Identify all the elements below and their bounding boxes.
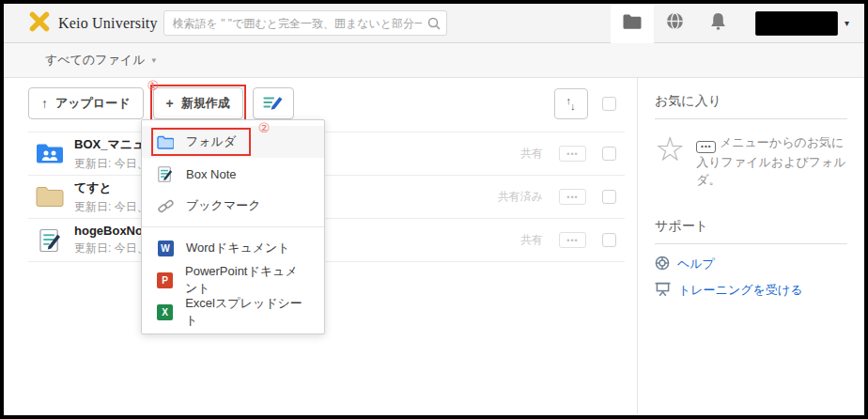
help-link[interactable]: ヘルプ bbox=[655, 256, 847, 273]
keio-logo[interactable]: Keio University bbox=[28, 11, 158, 36]
file-list: BOX_マニュア 更新日: 今日、 共有 ••• てすと bbox=[28, 132, 625, 262]
star-icon: ☆ bbox=[655, 133, 685, 190]
new-folder-icon bbox=[157, 135, 174, 149]
shared-folder-icon bbox=[34, 142, 66, 165]
more-options-mini-icon: ••• bbox=[696, 141, 716, 153]
app-window: Keio University bbox=[0, 0, 868, 419]
row-checkbox[interactable] bbox=[602, 190, 616, 204]
menu-item-powerpoint-document[interactable]: P PowerPointドキュメント bbox=[142, 264, 324, 296]
upload-button-label: アップロード bbox=[55, 95, 131, 112]
menu-item-bookmark[interactable]: ブックマーク bbox=[142, 190, 324, 222]
more-options-button[interactable]: ••• bbox=[559, 189, 586, 205]
sort-down-icon: ↓ bbox=[570, 101, 576, 112]
menu-item-label: ブックマーク bbox=[186, 197, 261, 214]
select-all-checkbox[interactable] bbox=[602, 97, 616, 111]
globe-tab[interactable] bbox=[654, 4, 697, 43]
file-name[interactable]: てすと bbox=[74, 179, 148, 196]
file-row[interactable]: てすと 更新日: 今日、 共有済み ••• bbox=[28, 176, 625, 219]
word-icon: W bbox=[157, 241, 174, 256]
logo-text: Keio University bbox=[58, 15, 158, 32]
menu-item-label: PowerPointドキュメント bbox=[185, 263, 309, 297]
content: ↑ アップロード + 新規作成 ① bbox=[4, 78, 864, 414]
toolbar-right: ↑ ↓ bbox=[554, 88, 616, 119]
support-section: サポート ヘルプ トレーニングを受ける bbox=[655, 218, 847, 300]
annotation-number-1: ① bbox=[147, 78, 160, 93]
user-menu-caret-icon[interactable]: ▾ bbox=[845, 18, 849, 28]
more-options-button[interactable]: ••• bbox=[559, 146, 586, 162]
row-actions: 共有済み ••• bbox=[498, 189, 616, 205]
breadcrumb-caret-icon[interactable]: ▾ bbox=[151, 55, 156, 65]
files-tab[interactable] bbox=[611, 4, 654, 43]
toolbar: ↑ アップロード + 新規作成 ① bbox=[28, 87, 616, 119]
breadcrumb[interactable]: すべてのファイル bbox=[45, 52, 145, 69]
share-link[interactable]: 共有済み bbox=[498, 189, 543, 205]
header-actions: ▾ bbox=[611, 4, 855, 43]
upload-arrow-icon: ↑ bbox=[41, 96, 48, 111]
menu-item-excel-spreadsheet[interactable]: X Excelスプレッドシート bbox=[142, 296, 324, 328]
file-info: てすと 更新日: 今日、 bbox=[74, 179, 148, 215]
sort-button[interactable]: ↑ ↓ bbox=[554, 88, 588, 119]
boxnote-icon bbox=[157, 166, 174, 182]
menu-item-label: Box Note bbox=[186, 167, 236, 181]
menu-item-folder[interactable]: フォルダ ② bbox=[142, 126, 324, 158]
new-button-wrap: + 新規作成 ① bbox=[153, 87, 243, 119]
divider bbox=[655, 118, 847, 119]
favorites-description: ••• メニューからのお気に入りファイルおよびフォルダ。 bbox=[696, 133, 847, 190]
menu-item-label: Wordドキュメント bbox=[186, 240, 290, 256]
row-checkbox[interactable] bbox=[602, 233, 616, 247]
search-input[interactable] bbox=[163, 10, 447, 36]
favorites-title: お気に入り bbox=[655, 93, 847, 110]
support-title: サポート bbox=[655, 218, 847, 235]
bookmark-link-icon bbox=[157, 198, 174, 214]
row-actions: 共有 ••• bbox=[520, 232, 616, 248]
annotation-number-2: ② bbox=[258, 120, 271, 135]
boxnote-file-icon bbox=[34, 228, 66, 253]
new-button-label: 新規作成 bbox=[181, 95, 230, 112]
menu-item-label: フォルダ bbox=[186, 133, 236, 150]
bell-icon bbox=[710, 12, 726, 34]
main-panel: ↑ アップロード + 新規作成 ① bbox=[4, 78, 637, 414]
favorites-section: お気に入り ☆ ••• メニューからのお気に入りファイルおよびフォルダ。 bbox=[655, 93, 847, 190]
share-link[interactable]: 共有 bbox=[520, 232, 543, 248]
excel-icon: X bbox=[157, 304, 173, 320]
annotation-box-2: フォルダ ② bbox=[151, 128, 251, 156]
user-name-redacted[interactable] bbox=[755, 11, 838, 36]
training-link[interactable]: トレーニングを受ける bbox=[655, 282, 847, 300]
powerpoint-icon: P bbox=[157, 272, 173, 288]
help-buoy-icon bbox=[655, 256, 670, 273]
file-meta: 更新日: 今日、 bbox=[74, 199, 148, 215]
support-links: ヘルプ トレーニングを受ける bbox=[655, 256, 847, 300]
keio-mark-icon bbox=[28, 11, 51, 36]
menu-item-box-note[interactable]: Box Note bbox=[142, 158, 324, 190]
plus-icon: + bbox=[166, 96, 174, 111]
new-button[interactable]: + 新規作成 bbox=[153, 87, 243, 119]
share-link[interactable]: 共有 bbox=[520, 146, 543, 162]
folder-icon bbox=[34, 185, 66, 209]
notifications-tab[interactable] bbox=[697, 4, 740, 43]
row-actions: 共有 ••• bbox=[520, 146, 616, 162]
more-options-button[interactable]: ••• bbox=[559, 232, 586, 248]
search-box bbox=[163, 10, 447, 36]
new-dropdown-menu: フォルダ ② Box Note ブックマーク bbox=[141, 119, 325, 334]
new-note-button[interactable] bbox=[253, 87, 294, 119]
menu-item-word-document[interactable]: W Wordドキュメント bbox=[142, 232, 324, 264]
right-sidebar: お気に入り ☆ ••• メニューからのお気に入りファイルおよびフォルダ。 サポー… bbox=[637, 78, 864, 414]
upload-button[interactable]: ↑ アップロード bbox=[28, 87, 144, 119]
favorites-empty-state: ☆ ••• メニューからのお気に入りファイルおよびフォルダ。 bbox=[655, 133, 847, 190]
file-row[interactable]: hogeBoxNote 更新日: 今日、 共有 ••• bbox=[28, 219, 625, 262]
folder-icon bbox=[623, 14, 642, 33]
boxnotes-pen-icon bbox=[263, 94, 283, 114]
row-checkbox[interactable] bbox=[602, 147, 616, 161]
training-link-label: トレーニングを受ける bbox=[678, 282, 802, 299]
menu-item-label: Excelスプレッドシート bbox=[185, 295, 309, 329]
file-row[interactable]: BOX_マニュア 更新日: 今日、 共有 ••• bbox=[28, 132, 625, 176]
divider bbox=[655, 243, 847, 244]
menu-separator bbox=[142, 226, 324, 227]
breadcrumb-bar: すべてのファイル ▾ bbox=[4, 43, 864, 78]
training-screen-icon bbox=[655, 282, 671, 300]
globe-icon bbox=[666, 12, 684, 34]
search-icon[interactable] bbox=[427, 17, 441, 34]
help-link-label: ヘルプ bbox=[677, 256, 715, 272]
header: Keio University bbox=[4, 4, 864, 43]
